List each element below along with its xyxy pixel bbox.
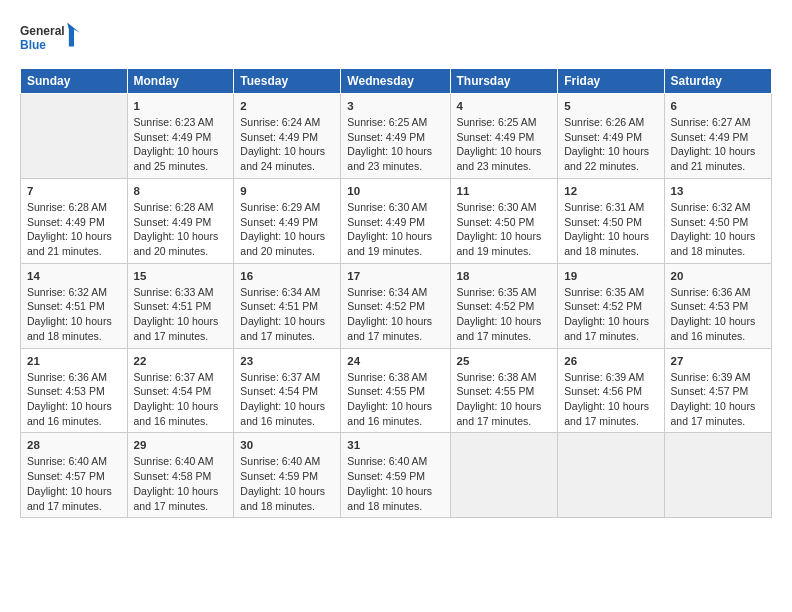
day-number: 16: [240, 268, 334, 284]
calendar-cell: 21Sunrise: 6:36 AMSunset: 4:53 PMDayligh…: [21, 348, 128, 433]
day-number: 15: [134, 268, 228, 284]
day-info: Sunrise: 6:40 AMSunset: 4:57 PMDaylight:…: [27, 455, 112, 511]
day-number: 7: [27, 183, 121, 199]
calendar-cell: [558, 433, 664, 518]
day-info: Sunrise: 6:37 AMSunset: 4:54 PMDaylight:…: [240, 371, 325, 427]
day-info: Sunrise: 6:29 AMSunset: 4:49 PMDaylight:…: [240, 201, 325, 257]
day-info: Sunrise: 6:35 AMSunset: 4:52 PMDaylight:…: [457, 286, 542, 342]
calendar-cell: 1Sunrise: 6:23 AMSunset: 4:49 PMDaylight…: [127, 94, 234, 179]
calendar-cell: 16Sunrise: 6:34 AMSunset: 4:51 PMDayligh…: [234, 263, 341, 348]
calendar-cell: 29Sunrise: 6:40 AMSunset: 4:58 PMDayligh…: [127, 433, 234, 518]
calendar-cell: 19Sunrise: 6:35 AMSunset: 4:52 PMDayligh…: [558, 263, 664, 348]
calendar-cell: 20Sunrise: 6:36 AMSunset: 4:53 PMDayligh…: [664, 263, 771, 348]
day-info: Sunrise: 6:35 AMSunset: 4:52 PMDaylight:…: [564, 286, 649, 342]
day-info: Sunrise: 6:32 AMSunset: 4:51 PMDaylight:…: [27, 286, 112, 342]
day-number: 17: [347, 268, 443, 284]
calendar-header-friday: Friday: [558, 69, 664, 94]
day-number: 14: [27, 268, 121, 284]
day-number: 6: [671, 98, 765, 114]
day-number: 19: [564, 268, 657, 284]
day-number: 24: [347, 353, 443, 369]
calendar-cell: 10Sunrise: 6:30 AMSunset: 4:49 PMDayligh…: [341, 178, 450, 263]
day-info: Sunrise: 6:30 AMSunset: 4:50 PMDaylight:…: [457, 201, 542, 257]
day-number: 28: [27, 437, 121, 453]
day-info: Sunrise: 6:40 AMSunset: 4:59 PMDaylight:…: [240, 455, 325, 511]
header: GeneralBlue: [20, 18, 772, 58]
day-number: 5: [564, 98, 657, 114]
calendar-cell: 17Sunrise: 6:34 AMSunset: 4:52 PMDayligh…: [341, 263, 450, 348]
day-number: 8: [134, 183, 228, 199]
day-info: Sunrise: 6:27 AMSunset: 4:49 PMDaylight:…: [671, 116, 756, 172]
calendar-cell: 4Sunrise: 6:25 AMSunset: 4:49 PMDaylight…: [450, 94, 558, 179]
svg-text:General: General: [20, 24, 65, 38]
calendar-cell: 22Sunrise: 6:37 AMSunset: 4:54 PMDayligh…: [127, 348, 234, 433]
calendar-cell: 14Sunrise: 6:32 AMSunset: 4:51 PMDayligh…: [21, 263, 128, 348]
day-number: 11: [457, 183, 552, 199]
calendar-header-tuesday: Tuesday: [234, 69, 341, 94]
calendar-cell: 26Sunrise: 6:39 AMSunset: 4:56 PMDayligh…: [558, 348, 664, 433]
day-info: Sunrise: 6:34 AMSunset: 4:52 PMDaylight:…: [347, 286, 432, 342]
calendar-cell: [21, 94, 128, 179]
day-number: 3: [347, 98, 443, 114]
day-info: Sunrise: 6:25 AMSunset: 4:49 PMDaylight:…: [457, 116, 542, 172]
calendar-cell: 24Sunrise: 6:38 AMSunset: 4:55 PMDayligh…: [341, 348, 450, 433]
day-info: Sunrise: 6:39 AMSunset: 4:56 PMDaylight:…: [564, 371, 649, 427]
day-number: 23: [240, 353, 334, 369]
calendar-cell: 2Sunrise: 6:24 AMSunset: 4:49 PMDaylight…: [234, 94, 341, 179]
day-number: 1: [134, 98, 228, 114]
day-number: 10: [347, 183, 443, 199]
day-number: 27: [671, 353, 765, 369]
logo-svg: GeneralBlue: [20, 18, 80, 58]
calendar-header-monday: Monday: [127, 69, 234, 94]
day-number: 20: [671, 268, 765, 284]
calendar-header-thursday: Thursday: [450, 69, 558, 94]
day-number: 18: [457, 268, 552, 284]
day-info: Sunrise: 6:38 AMSunset: 4:55 PMDaylight:…: [347, 371, 432, 427]
calendar-cell: 5Sunrise: 6:26 AMSunset: 4:49 PMDaylight…: [558, 94, 664, 179]
calendar-cell: 31Sunrise: 6:40 AMSunset: 4:59 PMDayligh…: [341, 433, 450, 518]
calendar-cell: 30Sunrise: 6:40 AMSunset: 4:59 PMDayligh…: [234, 433, 341, 518]
day-info: Sunrise: 6:36 AMSunset: 4:53 PMDaylight:…: [671, 286, 756, 342]
day-info: Sunrise: 6:36 AMSunset: 4:53 PMDaylight:…: [27, 371, 112, 427]
day-number: 4: [457, 98, 552, 114]
calendar-table: SundayMondayTuesdayWednesdayThursdayFrid…: [20, 68, 772, 518]
calendar-cell: 8Sunrise: 6:28 AMSunset: 4:49 PMDaylight…: [127, 178, 234, 263]
day-number: 21: [27, 353, 121, 369]
calendar-cell: 18Sunrise: 6:35 AMSunset: 4:52 PMDayligh…: [450, 263, 558, 348]
calendar-cell: 3Sunrise: 6:25 AMSunset: 4:49 PMDaylight…: [341, 94, 450, 179]
day-info: Sunrise: 6:37 AMSunset: 4:54 PMDaylight:…: [134, 371, 219, 427]
calendar-cell: 7Sunrise: 6:28 AMSunset: 4:49 PMDaylight…: [21, 178, 128, 263]
calendar-cell: 15Sunrise: 6:33 AMSunset: 4:51 PMDayligh…: [127, 263, 234, 348]
calendar-cell: [664, 433, 771, 518]
day-info: Sunrise: 6:34 AMSunset: 4:51 PMDaylight:…: [240, 286, 325, 342]
day-number: 30: [240, 437, 334, 453]
calendar-cell: 28Sunrise: 6:40 AMSunset: 4:57 PMDayligh…: [21, 433, 128, 518]
day-info: Sunrise: 6:31 AMSunset: 4:50 PMDaylight:…: [564, 201, 649, 257]
calendar-cell: [450, 433, 558, 518]
svg-text:Blue: Blue: [20, 38, 46, 52]
day-info: Sunrise: 6:25 AMSunset: 4:49 PMDaylight:…: [347, 116, 432, 172]
calendar-cell: 6Sunrise: 6:27 AMSunset: 4:49 PMDaylight…: [664, 94, 771, 179]
day-number: 13: [671, 183, 765, 199]
day-info: Sunrise: 6:33 AMSunset: 4:51 PMDaylight:…: [134, 286, 219, 342]
calendar-week-1: 1Sunrise: 6:23 AMSunset: 4:49 PMDaylight…: [21, 94, 772, 179]
calendar-cell: 13Sunrise: 6:32 AMSunset: 4:50 PMDayligh…: [664, 178, 771, 263]
day-info: Sunrise: 6:23 AMSunset: 4:49 PMDaylight:…: [134, 116, 219, 172]
calendar-cell: 12Sunrise: 6:31 AMSunset: 4:50 PMDayligh…: [558, 178, 664, 263]
calendar-week-4: 21Sunrise: 6:36 AMSunset: 4:53 PMDayligh…: [21, 348, 772, 433]
day-info: Sunrise: 6:39 AMSunset: 4:57 PMDaylight:…: [671, 371, 756, 427]
calendar-cell: 11Sunrise: 6:30 AMSunset: 4:50 PMDayligh…: [450, 178, 558, 263]
day-number: 2: [240, 98, 334, 114]
day-info: Sunrise: 6:26 AMSunset: 4:49 PMDaylight:…: [564, 116, 649, 172]
calendar-header-wednesday: Wednesday: [341, 69, 450, 94]
calendar-week-3: 14Sunrise: 6:32 AMSunset: 4:51 PMDayligh…: [21, 263, 772, 348]
day-info: Sunrise: 6:40 AMSunset: 4:59 PMDaylight:…: [347, 455, 432, 511]
day-number: 25: [457, 353, 552, 369]
logo: GeneralBlue: [20, 18, 80, 58]
day-number: 29: [134, 437, 228, 453]
calendar-cell: 9Sunrise: 6:29 AMSunset: 4:49 PMDaylight…: [234, 178, 341, 263]
day-info: Sunrise: 6:28 AMSunset: 4:49 PMDaylight:…: [134, 201, 219, 257]
day-info: Sunrise: 6:32 AMSunset: 4:50 PMDaylight:…: [671, 201, 756, 257]
calendar-week-5: 28Sunrise: 6:40 AMSunset: 4:57 PMDayligh…: [21, 433, 772, 518]
day-number: 12: [564, 183, 657, 199]
